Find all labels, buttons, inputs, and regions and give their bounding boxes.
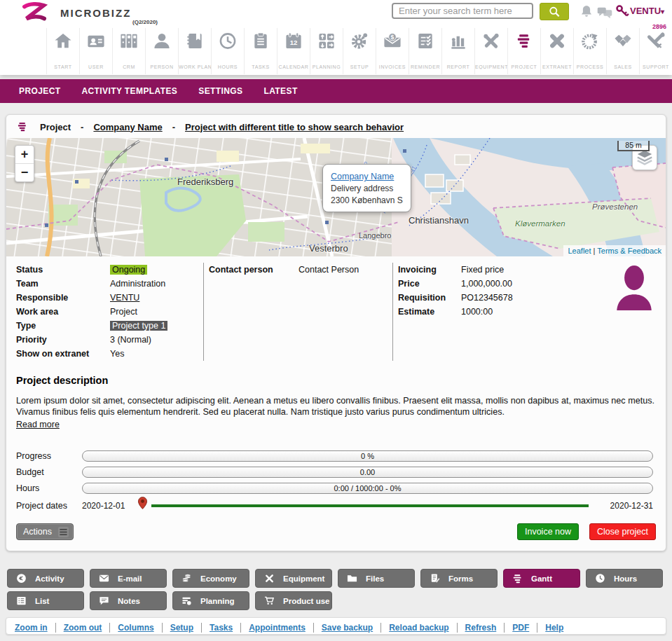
tab-icon	[181, 595, 192, 606]
footer-link-tasks[interactable]: Tasks	[201, 623, 233, 633]
zoom-in-button[interactable]: +	[15, 146, 34, 164]
nav-item-activity-templates[interactable]: ACTIVITY TEMPLATES	[71, 79, 188, 103]
tab-planning[interactable]: Planning	[172, 591, 249, 610]
gantt-toolbar-links: Zoom inZoom outColumnsSetupTasksAppointm…	[6, 617, 666, 635]
toolbar-item-calendar[interactable]: 12 CALENDAR	[277, 28, 310, 74]
toolbar-item-tasks[interactable]: TASKS	[244, 28, 277, 74]
tab-gantt[interactable]: Gantt	[503, 569, 580, 588]
toolbar-item-start[interactable]: START	[46, 28, 79, 74]
tab-icon	[430, 573, 440, 584]
toolbar-icon	[54, 32, 73, 50]
svg-text:$: $	[391, 34, 395, 41]
leaflet-map[interactable]: FrederiksbergVesterbroChristianshavnLang…	[6, 138, 666, 256]
toolbar-item-process[interactable]: PROCESS	[573, 28, 606, 74]
microbizz-logo-icon	[20, 1, 49, 25]
project-card: Project - Company Name - Project with di…	[6, 114, 666, 551]
popup-company-link[interactable]: Company Name	[331, 172, 394, 181]
toolbar-item-invoices[interactable]: $ INVOICES	[376, 28, 409, 74]
toolbar-item-user[interactable]: USER	[79, 28, 112, 74]
toolbar-item-report[interactable]: REPORT	[441, 28, 474, 74]
toolbar-icon	[449, 32, 468, 50]
chevron-down-icon: ▾	[661, 8, 664, 15]
footer-link-save-backup[interactable]: Save backup	[313, 623, 373, 633]
close-project-button[interactable]: Close project	[589, 523, 656, 540]
toolbar-item-equipment[interactable]: EQUIPMENT	[474, 28, 507, 74]
info-column-middle: Contact person Contact Person	[209, 263, 384, 277]
breadcrumb-company-link[interactable]: Company Name	[93, 122, 162, 132]
nav-item-latest[interactable]: LATEST	[253, 79, 308, 103]
footer-link-appointments[interactable]: Appointments	[240, 623, 306, 633]
leaflet-link[interactable]: Leaflet	[568, 247, 591, 255]
terms-feedback-link[interactable]: Terms & Feedback	[597, 247, 661, 255]
tab-icon	[99, 573, 109, 584]
map-label-vesterbro: Vesterbro	[309, 243, 348, 254]
info-row-show-on-extranet: Show on extranet Yes	[16, 347, 197, 361]
key-icon[interactable]	[615, 4, 629, 18]
footer-link-pdf[interactable]: PDF	[504, 623, 529, 633]
footer-link-zoom-out[interactable]: Zoom out	[55, 623, 102, 633]
nav-item-project[interactable]: PROJECT	[8, 79, 71, 103]
page: MICROBIZZ (Q2/2020) VENTU▾ 2896 START US…	[0, 0, 672, 641]
brand-version: (Q2/2020)	[132, 19, 158, 25]
search-input[interactable]	[392, 3, 533, 19]
info-row-estimate: Estimate 1000:00	[398, 305, 573, 319]
notifications-bell-icon[interactable]	[579, 4, 594, 20]
toolbar-item-extranet[interactable]: EXTRANET	[540, 28, 573, 74]
info-row-invoicing: Invoicing Fixed price	[398, 263, 573, 277]
tab-activity[interactable]: Activity	[7, 569, 84, 588]
tab-e-mail[interactable]: E-mail	[90, 569, 167, 588]
zoom-out-button[interactable]: −	[15, 164, 34, 181]
tab-hours[interactable]: Hours	[586, 569, 663, 588]
toolbar-item-sales[interactable]: SALES	[606, 28, 639, 74]
map-scale: 85 m	[617, 141, 650, 151]
tab-notes[interactable]: Notes	[90, 591, 167, 610]
nav-item-settings[interactable]: SETTINGS	[188, 79, 253, 103]
toolbar-item-hours[interactable]: HOURS	[211, 28, 244, 74]
tab-list[interactable]: List	[7, 591, 84, 610]
tab-product-use[interactable]: Product use	[255, 591, 332, 610]
end-date: 2020-12-31	[604, 501, 653, 511]
toolbar-icon	[87, 32, 106, 50]
toolbar-item-work-plan[interactable]: WORK PLAN	[178, 28, 211, 74]
toolbar-icon	[614, 32, 633, 50]
read-more-link[interactable]: Read more	[16, 420, 60, 429]
toolbar-item-setup[interactable]: SETUP	[343, 28, 376, 74]
footer-link-columns[interactable]: Columns	[109, 623, 153, 633]
tab-economy[interactable]: Economy	[172, 569, 249, 588]
tab-icon	[16, 573, 27, 584]
footer-link-refresh[interactable]: Refresh	[457, 623, 497, 633]
map-label-christianshavn: Christianshavn	[409, 215, 469, 226]
tab-icon	[99, 595, 109, 606]
search-button[interactable]	[540, 3, 569, 20]
tab-icon	[595, 573, 605, 584]
tab-icon	[347, 573, 357, 584]
project-gantt-icon[interactable]	[15, 120, 30, 133]
tab-icon	[181, 573, 192, 584]
user-menu[interactable]: VENTU▾	[630, 6, 664, 16]
toolbar-icon	[120, 32, 139, 50]
messages-chat-icon[interactable]	[596, 6, 613, 20]
footer-link-zoom-in[interactable]: Zoom in	[15, 623, 48, 633]
toolbar-icon	[647, 32, 666, 50]
invoice-now-button[interactable]: Invoice now	[517, 523, 579, 540]
map-label-pr-vestenen: Prøvestenen	[592, 202, 638, 211]
tab-files[interactable]: Files	[338, 569, 415, 588]
tab-icon	[264, 573, 275, 584]
toolbar-item-support[interactable]: SUPPORT	[639, 28, 672, 74]
toolbar-item-reminder[interactable]: REMINDER	[409, 28, 441, 74]
toolbar-icon	[350, 32, 369, 50]
toolbar-item-crm[interactable]: CRM	[112, 28, 145, 74]
popup-address-line2: 2300 København S	[331, 195, 403, 207]
footer-link-reload-backup[interactable]: Reload backup	[380, 623, 448, 633]
footer-link-help[interactable]: Help	[537, 623, 563, 633]
toolbar-item-planning[interactable]: PLANNING	[310, 28, 343, 74]
toolbar-item-person[interactable]: PERSON	[145, 28, 178, 74]
breadcrumb-project-link[interactable]: Project with different title to show sea…	[185, 122, 404, 132]
actions-button[interactable]: Actions	[16, 523, 74, 540]
tab-equipment[interactable]: Equipment	[255, 569, 332, 588]
project-meters: Progress 0 % Budget 0.00 Hours 0:00 / 10…	[16, 448, 653, 514]
toolbar-item-project[interactable]: PROJECT	[507, 28, 540, 74]
meter-bar: 0:00 / 1000:00 - 0%	[82, 483, 653, 494]
footer-link-setup[interactable]: Setup	[162, 623, 193, 633]
tab-forms[interactable]: Forms	[420, 569, 498, 588]
